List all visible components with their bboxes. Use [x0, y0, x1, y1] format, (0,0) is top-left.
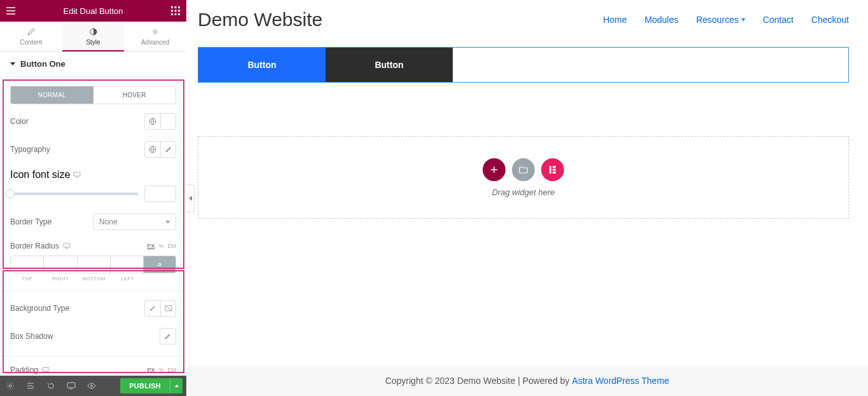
responsive-icon[interactable]	[42, 367, 50, 373]
template-library-button[interactable]	[512, 158, 535, 181]
label-box-shadow: Box Shadow	[10, 332, 53, 341]
button-two[interactable]: Button	[326, 48, 453, 82]
row-padding-header: Padding PX % EM	[10, 365, 176, 374]
publish-options-toggle[interactable]	[170, 378, 183, 393]
section-title: Button One	[20, 59, 65, 69]
br-top[interactable]	[11, 256, 44, 273]
svg-rect-8	[178, 13, 180, 15]
footer: Copyright © 2023 Demo Website | Powered …	[186, 365, 868, 396]
nav-resources[interactable]: Resources	[696, 15, 745, 25]
settings-icon[interactable]	[0, 376, 20, 396]
unit-px[interactable]: PX	[147, 243, 155, 249]
tab-content[interactable]: Content	[0, 22, 62, 51]
row-border-radius-header: Border Radius PX % EM	[10, 242, 176, 250]
border-type-select[interactable]: None	[93, 214, 176, 230]
svg-rect-3	[171, 10, 173, 12]
dim-right: RIGHT	[44, 276, 78, 282]
responsive-icon[interactable]	[61, 376, 81, 396]
label-icon-font-size: Icon font size	[10, 169, 70, 180]
state-hover[interactable]: HOVER	[93, 86, 176, 104]
svg-rect-6	[171, 13, 173, 15]
canvas: Button Button Drag widget here	[186, 37, 868, 219]
svg-rect-13	[74, 172, 80, 176]
drop-text: Drag widget here	[492, 188, 555, 197]
border-radius-inputs	[10, 256, 176, 273]
responsive-icon[interactable]	[73, 172, 81, 178]
contrast-icon	[90, 28, 97, 36]
nav-modules[interactable]: Modules	[645, 15, 679, 25]
add-section-button[interactable]	[483, 158, 506, 181]
dim-bottom: BOTTOM	[78, 276, 111, 282]
br-bottom[interactable]	[78, 256, 111, 273]
svg-rect-18	[67, 383, 75, 388]
row-box-shadow: Box Shadow	[10, 328, 176, 345]
dual-button-widget[interactable]: Button Button	[198, 47, 849, 83]
footer-text: Copyright © 2023 Demo Website | Powered …	[385, 376, 570, 386]
global-icon[interactable]	[145, 114, 160, 129]
collapse-sidebar-handle[interactable]	[186, 184, 195, 212]
tab-advanced[interactable]: Advanced	[124, 22, 186, 51]
publish-button[interactable]: PUBLISH	[120, 378, 170, 393]
br-left[interactable]	[111, 256, 144, 273]
units-border-radius: PX % EM	[147, 243, 176, 249]
row-border-type: Border Type None	[10, 214, 176, 230]
elementor-sidebar: Edit Dual Button Content Style Advanced …	[0, 0, 186, 396]
global-icon[interactable]	[145, 142, 160, 157]
panel-title: Edit Dual Button	[64, 6, 123, 16]
nav-label: Resources	[696, 15, 739, 25]
unit-pct[interactable]: %	[158, 243, 163, 249]
br-right[interactable]	[44, 256, 77, 273]
drop-zone[interactable]: Drag widget here	[198, 136, 849, 219]
bottom-bar: PUBLISH	[0, 376, 186, 396]
label-padding: Padding	[10, 365, 38, 374]
svg-point-17	[9, 385, 11, 387]
icon-size-slider[interactable]	[10, 193, 138, 195]
svg-rect-5	[178, 10, 180, 12]
unit-em[interactable]: EM	[168, 367, 177, 373]
icon-size-input[interactable]	[144, 186, 176, 202]
select-value: None	[99, 217, 118, 226]
link-values-icon[interactable]	[144, 256, 176, 273]
dim-left: LEFT	[111, 276, 144, 282]
row-typography: Typography	[10, 141, 176, 158]
dim-labels: TOP RIGHT BOTTOM LEFT	[10, 276, 176, 282]
gear-icon	[151, 28, 159, 36]
edit-box-shadow-icon[interactable]	[160, 329, 176, 344]
state-normal[interactable]: NORMAL	[11, 86, 93, 104]
pencil-icon	[27, 28, 35, 36]
section-button-one[interactable]: Button One	[0, 51, 186, 77]
svg-point-10	[154, 31, 156, 33]
preview-area: Demo Website Home Modules Resources Cont…	[186, 0, 868, 396]
section-body: NORMAL HOVER Color Typography Icon font …	[0, 77, 186, 376]
edit-typography-icon[interactable]	[160, 142, 176, 157]
nav-checkout[interactable]: Checkout	[811, 15, 849, 25]
slider-thumb[interactable]	[6, 189, 15, 198]
hamburger-icon[interactable]	[5, 5, 17, 17]
footer-link[interactable]: Astra WordPress Theme	[572, 376, 670, 386]
label-border-type: Border Type	[10, 217, 52, 226]
color-picker[interactable]	[160, 114, 176, 129]
unit-em[interactable]: EM	[168, 243, 177, 249]
responsive-icon[interactable]	[63, 243, 71, 249]
svg-rect-4	[174, 10, 176, 12]
bg-classic-icon[interactable]	[145, 301, 160, 316]
nav-home[interactable]: Home	[603, 15, 626, 25]
unit-pct[interactable]: %	[158, 367, 163, 373]
row-icon-font-size: Icon font size	[10, 169, 176, 202]
history-icon[interactable]	[41, 376, 61, 396]
row-background-type: Background Type	[10, 300, 176, 317]
tab-style[interactable]: Style	[62, 22, 125, 51]
button-one[interactable]: Button	[198, 48, 326, 82]
svg-rect-0	[171, 6, 173, 8]
units-padding: PX % EM	[147, 367, 176, 373]
bg-gradient-icon[interactable]	[160, 301, 176, 316]
nav-links: Home Modules Resources Contact Checkout	[603, 15, 849, 25]
svg-rect-2	[178, 6, 180, 8]
navigator-icon[interactable]	[20, 376, 41, 396]
preview-icon[interactable]	[81, 376, 102, 396]
nav-contact[interactable]: Contact	[763, 15, 794, 25]
label-typography: Typography	[10, 145, 50, 154]
widgets-grid-icon[interactable]	[170, 5, 181, 17]
elementskit-button[interactable]	[541, 158, 564, 181]
unit-px[interactable]: PX	[147, 367, 155, 373]
